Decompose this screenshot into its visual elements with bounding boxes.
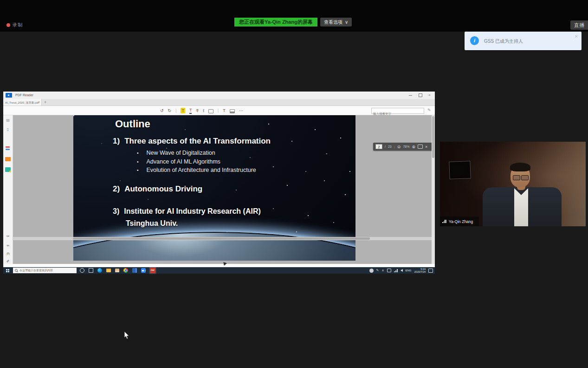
speaker-glasses [513, 175, 520, 180]
undo-icon[interactable]: ↺ [160, 108, 164, 113]
shared-screen: PDF Reader × AI_Trend_2020_张亚勤.pdf × + ↺… [3, 92, 435, 274]
tray-app-icon[interactable] [387, 269, 391, 272]
snapshot-icon[interactable] [230, 109, 235, 113]
slide-item-2: 2) Autonomous Driving [113, 184, 202, 194]
panel-icon[interactable]: ▯ [5, 127, 11, 131]
document-tab[interactable]: AI_Trend_2020_张亚勤.pdf × [3, 99, 42, 105]
close-button[interactable]: × [428, 93, 431, 97]
minimize-button[interactable] [409, 95, 412, 96]
microsoft-store-icon[interactable] [115, 269, 119, 272]
volume-icon[interactable] [401, 269, 403, 272]
restore-button[interactable] [419, 93, 422, 97]
taskbar-app-icons: PDF [80, 268, 155, 273]
view-options-label: 查看选项 [324, 18, 342, 26]
edge-browser-icon[interactable] [97, 268, 102, 273]
item-heading: Three aspects of the AI Transformation [124, 137, 271, 146]
window-titlebar[interactable]: PDF Reader × [3, 92, 435, 99]
print-icon[interactable] [5, 157, 11, 161]
horizontal-scroll-thumb[interactable] [73, 237, 370, 240]
hidden-icons-caret[interactable]: ∧ [381, 269, 384, 272]
participant-name: Ya-Qin Zhang [449, 219, 473, 224]
viewing-banner: 您正在观看Ya-Qin Zhang的屏幕 [234, 18, 317, 26]
signature-icon[interactable]: ℓ [203, 108, 204, 113]
fit-screen-icon[interactable] [418, 145, 423, 149]
pen-icon[interactable]: ✎ [427, 108, 431, 112]
tab-bar: AI_Trend_2020_张亚勤.pdf × + [3, 99, 435, 106]
host-change-toast: i GSS 已成为主持人 × [465, 32, 582, 50]
slide-item-3-line2: Tsinghua Univ. [126, 219, 178, 228]
presenter-cursor [222, 262, 227, 266]
document-search-box[interactable] [371, 108, 424, 114]
chevron-down-icon: ∨ [345, 18, 348, 26]
bullet-icon: • [137, 158, 139, 165]
export-icon[interactable] [5, 167, 11, 172]
stars-decoration [73, 115, 74, 116]
hand-tool-icon[interactable]: ✑ [5, 234, 11, 238]
left-sidebar: ▤ ▯ ✑ ∞ ⊓ ✐ [3, 115, 13, 264]
strikethrough-text-icon[interactable]: T [196, 108, 199, 113]
action-center-icon[interactable] [428, 269, 433, 273]
horizontal-scrollbar[interactable] [13, 237, 432, 240]
clock[interactable]: 5:04 2020/7/24 [414, 268, 426, 274]
bookmark-icon[interactable]: ⊓ [5, 252, 11, 256]
stamp-icon[interactable] [208, 109, 213, 113]
thumbnails-icon[interactable]: ▤ [5, 118, 11, 122]
meeting-app-icon[interactable] [141, 268, 146, 273]
pdf-reader-taskbar-icon[interactable]: PDF [150, 268, 155, 273]
item-heading: Institute for AI Industry Research (AIR) [124, 207, 261, 216]
network-signal-icon[interactable] [394, 269, 398, 272]
vertical-scroll-thumb[interactable] [432, 116, 434, 158]
file-explorer-icon[interactable] [106, 269, 111, 272]
item-number: 3) [113, 207, 119, 216]
page-number-input[interactable]: 2 [375, 144, 382, 149]
taskbar-search-box[interactable] [13, 268, 77, 273]
office-app-icon[interactable] [132, 268, 137, 273]
cortana-icon[interactable] [80, 268, 84, 273]
zoom-in-icon[interactable]: ⊕ [412, 145, 415, 149]
draw-icon[interactable]: ✐ [5, 259, 11, 263]
add-text-icon[interactable]: T [223, 108, 226, 113]
bullet-icon: • [137, 167, 139, 174]
toolbar-divider: | [175, 108, 176, 113]
zoom-level: 78% [403, 145, 409, 148]
item-number: 2) [113, 184, 120, 194]
document-area: ▤ ▯ ✑ ∞ ⊓ ✐ Outline [3, 115, 435, 264]
slide-item-1: 1) Three aspects of the AI Transformatio… [113, 137, 271, 146]
highlight-text-icon[interactable]: T [181, 108, 185, 113]
slide-bullet: • New Wave of Digitalization [137, 150, 215, 157]
language-indicator[interactable]: ENG [406, 269, 412, 272]
slide-item-3: 3) Institute for AI Industry Research (A… [113, 207, 261, 216]
pagebar-divider: | [394, 145, 395, 149]
windows-taskbar: PDF ✎ ∧ ENG 5:04 2020/7/24 [3, 267, 435, 274]
read-mode-icon[interactable]: ∞ [5, 243, 11, 248]
view-options-button[interactable]: 查看选项 ∨ [320, 18, 352, 26]
pagebar-close-icon[interactable]: × [425, 145, 427, 149]
system-tray: ✎ ∧ ENG 5:04 2020/7/24 [369, 267, 433, 274]
taskbar-search-input[interactable] [19, 269, 75, 272]
item-heading: Autonomous Driving [124, 184, 202, 194]
toolbar-divider: | [218, 108, 219, 113]
item-number: 1) [113, 137, 120, 146]
vertical-scrollbar[interactable] [432, 115, 435, 264]
zoom-out-icon[interactable]: ⊖ [397, 145, 401, 149]
recording-label: 录制 [13, 22, 23, 28]
redo-icon[interactable]: ↻ [168, 108, 172, 113]
underline-text-icon[interactable]: T [189, 107, 192, 114]
start-button-icon[interactable] [6, 269, 7, 270]
convert-icon[interactable] [5, 146, 11, 151]
slide-bullet: • Evolution of Architecture and Infrastr… [137, 167, 256, 174]
task-view-icon[interactable] [89, 268, 93, 273]
more-tools-icon[interactable]: ⋯ [239, 108, 243, 113]
toast-close-icon[interactable]: × [575, 33, 578, 39]
recording-dot-icon [6, 23, 10, 27]
search-icon [15, 269, 18, 272]
document-tab-title: AI_Trend_2020_张亚勤.pdf [5, 101, 39, 105]
chrome-icon[interactable] [123, 268, 128, 273]
speaker-glasses [521, 175, 529, 180]
pen-settings-icon[interactable]: ✎ [376, 269, 379, 272]
new-tab-button[interactable]: + [44, 100, 46, 105]
user-account-icon[interactable] [369, 269, 374, 273]
bullet-icon: • [137, 150, 139, 157]
live-badge: 直播 [570, 20, 588, 30]
tab-close-icon[interactable]: × [38, 100, 40, 104]
